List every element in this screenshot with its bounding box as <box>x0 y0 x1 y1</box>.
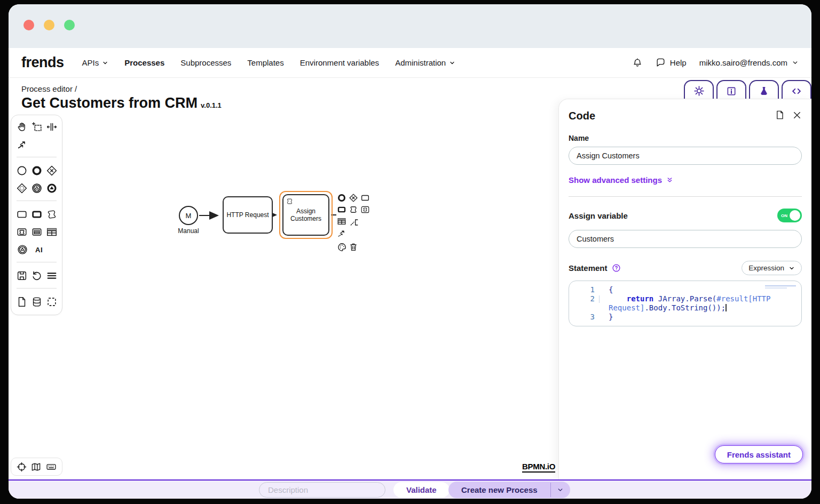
nav-apis[interactable]: APIs <box>82 58 109 67</box>
page-title: Get Customers from CRMv.0.1.1 <box>21 95 222 111</box>
start-event-icon[interactable] <box>15 164 28 178</box>
nav-templates[interactable]: Templates <box>247 58 283 67</box>
version-badge: v.0.1.1 <box>201 101 222 109</box>
color-palette-icon[interactable] <box>336 242 347 252</box>
database-icon[interactable] <box>30 295 43 309</box>
create-new-process-button[interactable]: Create new Process <box>448 482 550 498</box>
append-call-activity-icon[interactable] <box>336 204 347 215</box>
statement-type-select[interactable]: Expression <box>742 261 802 275</box>
code-line-3: } <box>609 313 775 322</box>
gear-icon <box>693 85 705 97</box>
table-icon[interactable] <box>45 225 58 239</box>
validate-button[interactable]: Validate <box>393 482 450 498</box>
hand-tool-icon[interactable] <box>15 120 28 134</box>
terminate-event-icon[interactable] <box>45 181 58 195</box>
code-task-badge-icon <box>286 197 294 205</box>
app-window: frends APIs Processes Subprocesses Templ… <box>9 4 811 499</box>
footer-bar: Validate Create new Process <box>9 479 811 499</box>
reset-viewport-icon[interactable] <box>17 462 27 472</box>
description-input[interactable] <box>259 482 385 498</box>
append-gateway-icon[interactable] <box>348 193 359 203</box>
user-menu[interactable]: mikko.sairo@frends.com <box>699 58 799 67</box>
lasso-tool-icon[interactable] <box>30 120 43 134</box>
statement-code-editor[interactable]: 1{ 2 return JArray.Parse(#result[HTTP Re… <box>569 281 802 326</box>
code-properties-panel: Code Name Show advanced settings Assign … <box>558 99 811 479</box>
chevron-down-icon <box>792 59 799 66</box>
breadcrumb[interactable]: Process editor / <box>21 84 77 93</box>
table-task-icon[interactable] <box>30 225 43 239</box>
append-task-icon[interactable] <box>360 193 370 203</box>
nav-subprocesses[interactable]: Subprocesses <box>180 58 231 67</box>
menu-icon[interactable] <box>45 269 58 283</box>
tab-code[interactable] <box>782 80 811 101</box>
delete-icon[interactable] <box>348 242 359 252</box>
keyboard-shortcuts-icon[interactable] <box>46 461 57 472</box>
copy-document-icon[interactable] <box>775 110 785 120</box>
select-frame-icon[interactable] <box>45 295 58 309</box>
name-input[interactable] <box>569 147 802 165</box>
assign-variable-toggle[interactable]: ON <box>777 209 802 222</box>
frends-assistant-button[interactable]: Frends assistant <box>715 445 803 463</box>
notifications-bell-icon[interactable] <box>632 58 643 68</box>
save-icon[interactable] <box>15 269 28 283</box>
variable-name-input[interactable] <box>569 230 802 248</box>
create-process-group: Create new Process <box>448 482 570 498</box>
panel-title: Code <box>569 110 802 122</box>
chevron-down-icon <box>102 60 108 66</box>
zoom-window-button[interactable] <box>64 20 75 30</box>
bpmn-task-http-request[interactable]: HTTP Request <box>223 196 273 234</box>
create-process-dropdown-button[interactable] <box>551 482 570 498</box>
connect-tool-icon[interactable] <box>15 138 29 151</box>
nav-environment-variables[interactable]: Environment variables <box>300 58 379 67</box>
assign-variable-label: Assign variable <box>569 211 628 220</box>
code-line-1: { <box>609 285 775 294</box>
append-script-icon[interactable] <box>348 204 359 215</box>
context-pad <box>336 193 374 252</box>
append-code-task-icon[interactable] <box>360 204 370 215</box>
chevron-down-icon <box>449 60 455 66</box>
tab-test[interactable] <box>749 80 779 101</box>
user-email: mikko.sairo@frends.com <box>699 58 787 67</box>
append-end-event-icon[interactable] <box>336 193 347 203</box>
bpmn-start-event[interactable]: M <box>179 206 198 225</box>
space-tool-icon[interactable] <box>45 120 58 134</box>
double-chevron-down-icon <box>666 177 673 183</box>
canvas-controls <box>11 458 62 476</box>
connect-icon[interactable] <box>336 228 347 238</box>
help-circle-icon[interactable] <box>612 263 621 273</box>
intermediate-event-icon[interactable] <box>30 181 43 195</box>
gateway-icon[interactable] <box>45 164 58 178</box>
minimap-toggle-icon[interactable] <box>31 462 41 472</box>
top-nav: frends APIs Processes Subprocesses Templ… <box>9 48 811 78</box>
append-table-icon[interactable] <box>336 216 347 227</box>
help-button[interactable]: Help <box>656 58 687 68</box>
close-window-button[interactable] <box>23 20 34 30</box>
append-annotation-icon[interactable] <box>349 217 360 228</box>
text-cursor <box>726 304 727 311</box>
nav-administration[interactable]: Administration <box>395 58 455 67</box>
task-icon[interactable] <box>15 207 28 221</box>
divider <box>569 196 802 197</box>
code-task-icon[interactable] <box>15 225 28 239</box>
call-activity-icon[interactable] <box>30 207 43 221</box>
close-panel-icon[interactable] <box>792 110 802 120</box>
script-icon[interactable] <box>45 207 58 221</box>
editor-tool-tabs <box>684 80 811 101</box>
undo-icon[interactable] <box>30 269 43 283</box>
frends-logo[interactable]: frends <box>21 54 64 71</box>
start-event-label: Manual <box>171 227 206 235</box>
statement-label: Statement <box>569 263 621 273</box>
tab-info[interactable] <box>716 80 746 101</box>
show-advanced-settings-link[interactable]: Show advanced settings <box>569 175 802 185</box>
info-icon <box>726 86 737 97</box>
intermediate-event-icon-2[interactable] <box>15 243 29 257</box>
end-event-icon[interactable] <box>30 164 43 178</box>
ai-task-icon[interactable]: AI <box>32 243 46 257</box>
event-gateway-icon[interactable] <box>15 181 28 195</box>
minimize-window-button[interactable] <box>44 20 54 30</box>
bpmn-io-watermark[interactable]: BPMN.iO <box>522 462 555 473</box>
code-line-2: return JArray.Parse(#result[HTTP Request… <box>609 294 775 313</box>
tab-settings[interactable] <box>684 80 714 101</box>
nav-processes[interactable]: Processes <box>124 58 164 67</box>
new-file-icon[interactable] <box>15 295 28 309</box>
